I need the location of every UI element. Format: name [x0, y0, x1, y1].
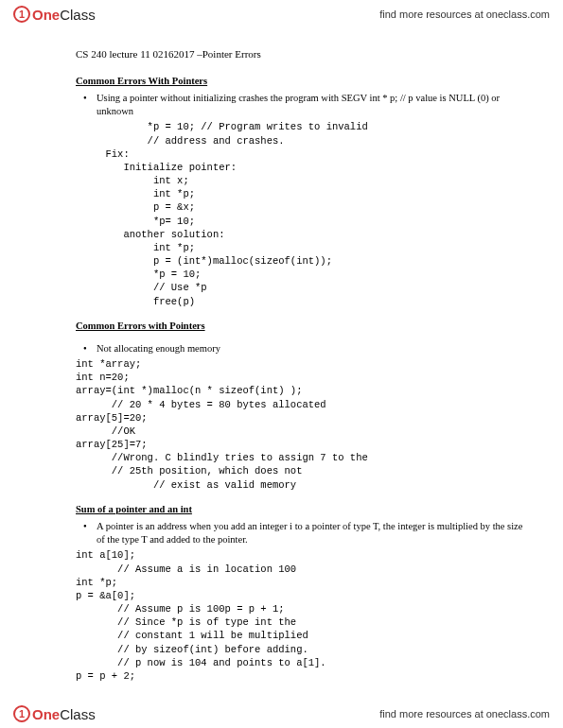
header-tagline: find more resources at oneclass.com: [379, 9, 550, 20]
footer-brand-text: OneClass: [32, 706, 96, 722]
footer-brand-class: Class: [60, 706, 96, 722]
page-header: 1 OneClass find more resources at onecla…: [0, 0, 563, 28]
footer-brand-icon: 1: [13, 705, 30, 722]
brand-text: OneClass: [32, 7, 96, 23]
bullet-2: Not allocating enough memory: [97, 342, 525, 355]
section-heading-3: Sum of a pointer and an int: [76, 503, 525, 516]
bullet-3: A pointer is an address when you add an …: [97, 520, 525, 546]
code-block-2: int *array; int n=20; array=(int *)mallo…: [76, 357, 525, 492]
section-heading-2: Common Errors with Pointers: [76, 320, 525, 333]
page-footer: 1 OneClass find more resources at onecla…: [0, 700, 563, 728]
brand-icon: 1: [13, 6, 30, 23]
code-block-3: int a[10]; // Assume a is in location 10…: [76, 548, 525, 683]
code-block-1: *p = 10; // Program writes to invalid //…: [76, 120, 525, 307]
document-title: CS 240 lecture 11 02162017 –Pointer Erro…: [76, 47, 525, 61]
brand-logo: 1 OneClass: [13, 6, 96, 23]
footer-brand-one: One: [32, 706, 60, 722]
document-content: CS 240 lecture 11 02162017 –Pointer Erro…: [76, 47, 525, 683]
brand-class: Class: [60, 7, 96, 23]
footer-brand-logo: 1 OneClass: [13, 705, 96, 722]
brand-one: One: [32, 7, 60, 23]
bullet-1: Using a pointer without initializing cra…: [97, 92, 525, 118]
section-heading-1: Common Errors With Pointers: [76, 75, 525, 88]
footer-tagline: find more resources at oneclass.com: [379, 708, 550, 719]
